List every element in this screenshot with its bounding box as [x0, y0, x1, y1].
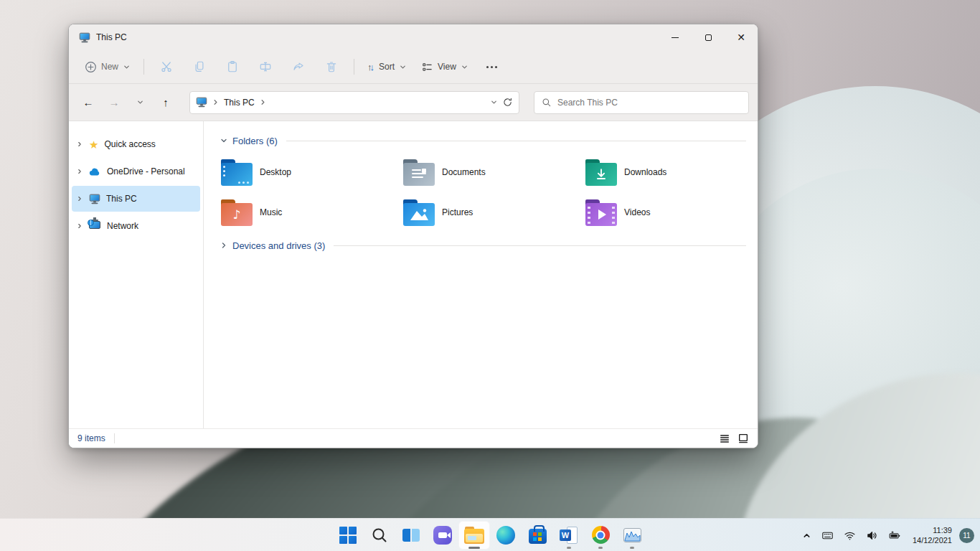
sidebar-item-label: Quick access	[104, 139, 155, 149]
touch-keyboard-button[interactable]	[818, 524, 837, 547]
copy-button[interactable]	[184, 55, 215, 79]
hidden-icons-button[interactable]	[798, 524, 815, 547]
folder-tile-downloads[interactable]: Downloads	[584, 156, 758, 189]
folder-name: Music	[260, 207, 282, 217]
delete-button[interactable]	[316, 55, 347, 79]
network-status-button[interactable]	[840, 524, 859, 547]
sort-icon: ↑↓	[367, 60, 374, 73]
network-icon	[89, 221, 101, 232]
sidebar-item-this-pc[interactable]: This PC	[72, 186, 200, 212]
taskbar-search-button[interactable]	[364, 521, 395, 550]
title-bar[interactable]: This PC ✕	[69, 24, 758, 50]
sort-button[interactable]: ↑↓ Sort	[362, 55, 413, 79]
clock[interactable]: 11:39 14/12/2021	[907, 525, 956, 545]
minimize-button[interactable]	[659, 24, 692, 50]
close-button[interactable]: ✕	[725, 24, 758, 50]
up-button[interactable]: ↑	[155, 92, 176, 113]
chevron-right-icon[interactable]	[76, 195, 83, 202]
scissors-icon	[160, 60, 173, 73]
sidebar-item-label: Network	[107, 221, 138, 231]
devices-section-header[interactable]: Devices and drives (3)	[220, 236, 746, 255]
plus-circle-icon	[85, 61, 97, 73]
battery-button[interactable]	[885, 524, 904, 547]
chevron-right-icon[interactable]	[259, 98, 267, 106]
folder-tile-videos[interactable]: Videos	[584, 196, 758, 229]
status-view-toggles	[719, 433, 749, 444]
devices-section-label: Devices and drives (3)	[232, 240, 325, 251]
new-button[interactable]: New	[79, 55, 136, 79]
rename-icon	[259, 60, 272, 73]
downloads-folder-icon	[585, 159, 617, 186]
sidebar-item-quick-access[interactable]: ★ Quick access	[72, 131, 200, 157]
task-view-icon	[402, 529, 420, 542]
folders-grid: Desktop Documents	[220, 156, 746, 229]
chevron-right-icon[interactable]	[220, 241, 228, 250]
view-button[interactable]: View	[415, 55, 474, 79]
folders-section-header[interactable]: Folders (6)	[220, 131, 746, 150]
folder-name: Documents	[442, 167, 486, 177]
task-view-button[interactable]	[395, 521, 427, 550]
search-input[interactable]	[557, 98, 741, 108]
paste-button[interactable]	[217, 55, 248, 79]
view-button-label: View	[438, 62, 456, 72]
back-button[interactable]: ←	[77, 92, 99, 113]
refresh-icon[interactable]	[502, 97, 513, 108]
chevron-down-icon	[123, 63, 131, 71]
music-folder-icon: ♪	[221, 199, 253, 226]
details-view-button[interactable]	[719, 433, 730, 444]
folder-tile-documents[interactable]: Documents	[402, 156, 584, 189]
videos-folder-icon	[585, 199, 617, 226]
chevron-down-icon	[461, 63, 468, 71]
edge-button[interactable]	[490, 521, 522, 550]
ellipsis-icon	[486, 66, 497, 68]
chevron-down-icon[interactable]	[220, 136, 228, 145]
windows-logo-icon	[339, 527, 357, 544]
breadcrumb-this-pc[interactable]: This PC	[224, 98, 255, 108]
volume-button[interactable]	[862, 524, 882, 547]
chat-icon	[433, 526, 452, 545]
chevron-right-icon[interactable]	[76, 141, 83, 148]
chat-button[interactable]	[427, 521, 458, 550]
start-button[interactable]	[332, 521, 364, 550]
chevron-right-icon[interactable]	[212, 98, 220, 106]
address-bar[interactable]: This PC	[189, 91, 519, 114]
rename-button[interactable]	[250, 55, 281, 79]
chrome-button[interactable]	[585, 521, 616, 550]
word-button[interactable]: W	[553, 521, 585, 550]
wifi-icon	[844, 529, 856, 542]
large-icons-view-button[interactable]	[738, 433, 749, 444]
share-button[interactable]	[283, 55, 314, 79]
see-more-button[interactable]	[477, 55, 507, 79]
this-pc-icon	[197, 98, 207, 108]
new-button-label: New	[101, 62, 118, 72]
recent-locations-button[interactable]	[129, 92, 151, 113]
folder-tile-pictures[interactable]: Pictures	[402, 196, 584, 229]
chevron-right-icon[interactable]	[76, 222, 83, 230]
folder-name: Desktop	[260, 167, 291, 177]
forward-button[interactable]: →	[103, 92, 125, 113]
address-dropdown-icon[interactable]	[490, 98, 498, 106]
folder-tile-desktop[interactable]: Desktop	[220, 156, 402, 189]
task-manager-button[interactable]	[616, 521, 648, 550]
title-area: This PC	[69, 32, 659, 43]
chevron-down-icon	[399, 63, 407, 71]
folder-name: Downloads	[624, 167, 666, 177]
clipboard-icon	[226, 60, 239, 73]
sidebar-item-onedrive[interactable]: OneDrive - Personal	[72, 159, 200, 184]
search-icon	[542, 98, 552, 108]
chevron-right-icon[interactable]	[76, 168, 83, 175]
file-explorer-button[interactable]	[458, 521, 490, 550]
folder-name: Videos	[624, 207, 650, 217]
folder-tile-music[interactable]: ♪ Music	[220, 196, 402, 229]
this-pc-icon	[80, 32, 90, 42]
notification-badge[interactable]: 11	[959, 528, 974, 543]
navigation-bar: ← → ↑ This PC	[69, 84, 758, 121]
maximize-button[interactable]	[692, 24, 725, 50]
cut-button[interactable]	[151, 55, 182, 79]
speaker-icon	[866, 529, 878, 542]
store-button[interactable]	[522, 521, 553, 550]
search-box[interactable]	[534, 91, 749, 114]
sidebar-item-network[interactable]: Network	[72, 213, 200, 239]
tray-time: 11:39	[913, 525, 952, 535]
desktop-folder-icon	[221, 159, 253, 186]
